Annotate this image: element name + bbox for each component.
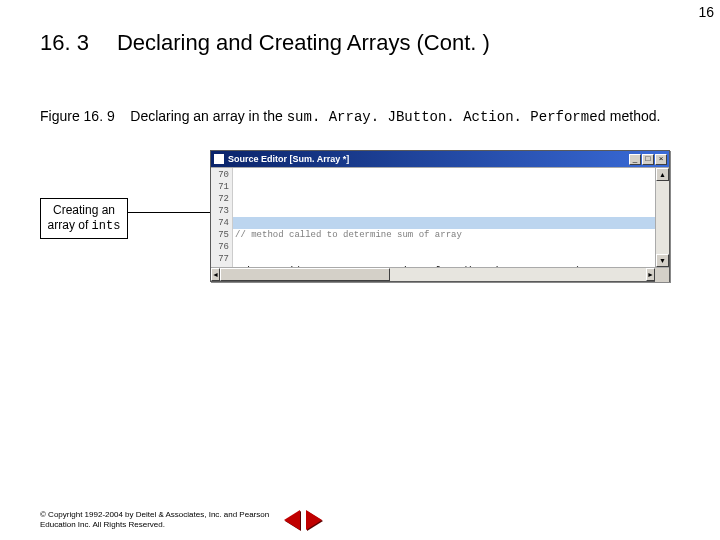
callout-line1: Creating an <box>47 203 121 218</box>
line-number: 74 <box>211 217 229 229</box>
section-number: 16. 3 <box>40 30 89 56</box>
close-button[interactable]: × <box>655 154 667 165</box>
prev-slide-button[interactable] <box>284 510 300 530</box>
code-line: private void sumArrayJButtonActionPerfor… <box>235 265 653 267</box>
line-number: 77 <box>211 253 229 265</box>
figure-caption-code: sum. Array. JButton. Action. Performed <box>287 109 606 125</box>
vertical-scrollbar[interactable]: ▲ ▼ <box>655 168 669 267</box>
copyright-text: © Copyright 1992-2004 by Deitel & Associ… <box>40 510 270 530</box>
scroll-left-button[interactable]: ◄ <box>211 268 220 281</box>
callout-line2: array of ints <box>47 218 121 234</box>
line-number: 72 <box>211 193 229 205</box>
figure-caption: Figure 16. 9 Declaring an array in the s… <box>40 108 700 125</box>
scroll-down-button[interactable]: ▼ <box>656 254 669 267</box>
source-editor-window: Source Editor [Sum. Array *] _ □ × 70 71… <box>210 150 670 282</box>
next-slide-button[interactable] <box>306 510 322 530</box>
line-number: 71 <box>211 181 229 193</box>
scroll-right-button[interactable]: ► <box>646 268 655 281</box>
window-icon <box>214 154 224 164</box>
scroll-up-button[interactable]: ▲ <box>656 168 669 181</box>
line-number: 70 <box>211 169 229 181</box>
callout-box: Creating an array of ints <box>40 198 128 239</box>
line-number: 73 <box>211 205 229 217</box>
scroll-thumb-horizontal[interactable] <box>220 268 390 281</box>
scroll-track-horizontal[interactable] <box>220 268 646 281</box>
nav-arrows <box>284 510 322 530</box>
window-title: Source Editor [Sum. Array *] <box>228 154 628 164</box>
horizontal-scrollbar[interactable]: ◄ ► <box>211 267 669 281</box>
section-heading: 16. 3 Declaring and Creating Arrays (Con… <box>40 30 680 56</box>
page-number: 16 <box>698 4 714 20</box>
figure-caption-suffix: method. <box>606 108 660 124</box>
figure-label: Figure 16. 9 <box>40 108 115 124</box>
scrollbar-corner <box>655 268 669 282</box>
editor-body: 70 71 72 73 74 75 76 77 // method called… <box>211 167 669 267</box>
code-line: // method called to determine sum of arr… <box>235 229 653 241</box>
callout: Creating an array of ints <box>40 198 128 239</box>
maximize-button[interactable]: □ <box>642 154 654 165</box>
footer: © Copyright 1992-2004 by Deitel & Associ… <box>40 510 322 530</box>
line-number: 76 <box>211 241 229 253</box>
titlebar[interactable]: Source Editor [Sum. Array *] _ □ × <box>211 151 669 167</box>
minimize-button[interactable]: _ <box>629 154 641 165</box>
section-title: Declaring and Creating Arrays (Cont. ) <box>117 30 490 56</box>
line-gutter: 70 71 72 73 74 75 76 77 <box>211 168 233 267</box>
scroll-track-vertical[interactable] <box>656 181 669 254</box>
figure-caption-prefix: Declaring an array in the <box>130 108 286 124</box>
code-area[interactable]: // method called to determine sum of arr… <box>233 168 655 267</box>
callout-connector <box>128 212 210 213</box>
line-number: 75 <box>211 229 229 241</box>
